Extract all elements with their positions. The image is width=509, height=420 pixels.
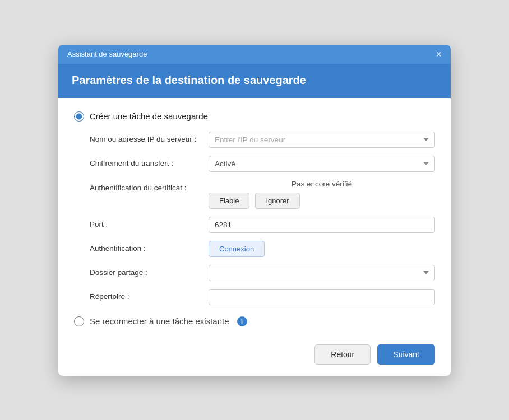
- back-button[interactable]: Retour: [314, 344, 371, 365]
- create-task-radio[interactable]: [74, 111, 84, 122]
- create-task-form: Nom ou adresse IP du serveur : Entrer l'…: [90, 132, 435, 305]
- cert-buttons: Fiable Ignorer: [209, 193, 435, 209]
- encryption-label: Chiffrement du transfert :: [90, 156, 202, 172]
- create-task-section: Créer une tâche de sauvegarde: [74, 111, 435, 122]
- dialog-title: Assistant de sauvegarde: [67, 50, 147, 58]
- directory-field-container: [209, 289, 435, 305]
- cert-label: Authentification du certificat :: [90, 180, 202, 194]
- directory-input[interactable]: [209, 289, 435, 305]
- auth-label: Authentification :: [90, 241, 202, 257]
- close-button[interactable]: ×: [436, 49, 442, 59]
- server-field-container: Entrer l'IP du serveur: [209, 132, 435, 148]
- port-input[interactable]: [209, 217, 435, 233]
- cert-area: Pas encore vérifié Fiable Ignorer: [209, 180, 435, 209]
- create-task-label[interactable]: Créer une tâche de sauvegarde: [90, 111, 208, 121]
- shared-folder-label: Dossier partagé :: [90, 265, 202, 281]
- shared-folder-field-container: [209, 265, 435, 281]
- cert-trust-button[interactable]: Fiable: [209, 193, 249, 209]
- server-label: Nom ou adresse IP du serveur :: [90, 132, 202, 148]
- next-button[interactable]: Suivant: [377, 344, 435, 365]
- auth-connexion-button[interactable]: Connexion: [209, 241, 265, 257]
- port-label: Port :: [90, 217, 202, 233]
- reconnect-radio[interactable]: [74, 316, 84, 326]
- dialog-footer: Retour Suivant: [58, 335, 451, 376]
- shared-folder-select[interactable]: [209, 265, 435, 281]
- info-icon[interactable]: i: [237, 316, 247, 326]
- cert-ignore-button[interactable]: Ignorer: [255, 193, 299, 209]
- dialog-heading: Paramètres de la destination de sauvegar…: [72, 74, 437, 87]
- auth-field-container: Connexion: [209, 241, 435, 257]
- reconnect-label[interactable]: Se reconnecter à une tâche existante: [90, 316, 229, 326]
- cert-status: Pas encore vérifié: [291, 180, 352, 188]
- port-field-container: [209, 217, 435, 233]
- server-select[interactable]: Entrer l'IP du serveur: [209, 132, 435, 148]
- reconnect-section: Se reconnecter à une tâche existante i: [74, 316, 435, 326]
- dialog-body: Créer une tâche de sauvegarde Nom ou adr…: [58, 98, 451, 335]
- encryption-select[interactable]: Activé: [209, 156, 435, 172]
- backup-wizard-dialog: Assistant de sauvegarde × Paramètres de …: [58, 45, 451, 376]
- directory-label: Répertoire :: [90, 289, 202, 305]
- dialog-titlebar: Assistant de sauvegarde ×: [58, 45, 451, 64]
- dialog-header: Paramètres de la destination de sauvegar…: [58, 64, 451, 98]
- encryption-field-container: Activé: [209, 156, 435, 172]
